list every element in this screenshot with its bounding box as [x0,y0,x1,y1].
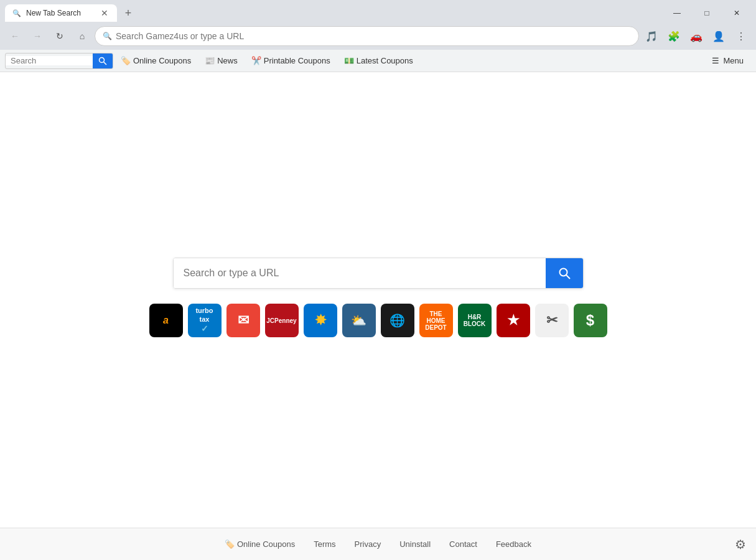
address-bar[interactable]: 🔍 [95,26,639,46]
footer: 🏷️ Online Coupons Terms Privacy Uninstal… [0,528,756,560]
minimize-button[interactable]: — [663,4,691,22]
address-search-icon: 🔍 [103,32,112,40]
footer-uninstall-link[interactable]: Uninstall [399,539,431,549]
extension-icon-music[interactable]: 🎵 [642,26,661,46]
footer-privacy-link[interactable]: Privacy [355,539,381,549]
footer-terms-label: Terms [314,539,335,549]
footer-terms-link[interactable]: Terms [314,539,335,549]
online-coupons-icon: 🏷️ [121,56,131,65]
tab-close-button[interactable]: ✕ [100,8,110,18]
quick-link-coupon-dollar[interactable]: $ [574,304,607,337]
toolbar-icons: 🎵 🧩 🚗 👤 ⋮ [642,26,751,46]
back-button[interactable]: ← [5,26,25,46]
footer-feedback-label: Feedback [496,539,531,549]
active-tab[interactable]: 🔍 New Tab Search ✕ [5,4,117,22]
footer-coupon-icon: 🏷️ [225,539,235,549]
news-globe-icon: 🌐 [390,313,405,328]
quick-link-walmart[interactable]: ✸ [304,304,337,337]
footer-contact-label: Contact [449,539,477,549]
footer-uninstall-label: Uninstall [399,539,431,549]
refresh-button[interactable]: ↻ [50,26,70,46]
toolbar-online-coupons-link[interactable]: 🏷️ Online Coupons [114,53,197,69]
quick-link-news[interactable]: 🌐 [381,304,414,337]
quick-link-homedepot[interactable]: THEHOMEDEPOT [419,304,453,337]
window-controls: — □ ✕ [663,4,751,22]
footer-online-coupons-link[interactable]: 🏷️ Online Coupons [225,539,295,549]
news-label: News [217,56,238,65]
weather-icon: ⛅ [351,313,366,328]
news-icon: 📰 [205,56,215,65]
online-coupons-label: Online Coupons [133,56,191,65]
address-input[interactable] [116,31,631,41]
turbotax-logo2: tax [200,315,210,324]
menu-dots-button[interactable]: ⋮ [731,26,751,46]
turbotax-logo: turbo [195,307,213,315]
gmail-icon: ✉ [238,312,249,329]
footer-feedback-link[interactable]: Feedback [496,539,531,549]
close-button[interactable]: ✕ [722,4,751,22]
latest-coupons-label: Latest Coupons [357,56,413,65]
homedepot-logo: THEHOMEDEPOT [425,310,446,331]
toolbar-news-link[interactable]: 📰 News [198,53,244,69]
quick-link-macys[interactable]: ★ [497,304,530,337]
main-search-bar[interactable] [173,258,584,289]
svg-line-1 [104,62,107,65]
main-search-button[interactable] [546,258,583,288]
footer-privacy-label: Privacy [355,539,381,549]
quick-link-turbotax[interactable]: turbo tax ✓ [188,304,222,337]
tab-bar: 🔍 New Tab Search ✕ + [5,4,663,22]
main-content: a turbo tax ✓ ✉ JCPenney ✸ ⛅ [0,72,756,560]
small-search-box[interactable] [5,53,113,69]
extension-bar: 🏷️ Online Coupons 📰 News ✂️ Printable Co… [0,50,756,72]
quick-link-weather[interactable]: ⛅ [342,304,376,337]
svg-point-0 [100,57,105,62]
search-icon [98,57,107,65]
nav-bar: ← → ↻ ⌂ 🔍 🎵 🧩 🚗 👤 ⋮ [0,22,756,50]
toolbar-printable-coupons-link[interactable]: ✂️ Printable Coupons [245,53,337,69]
scissors-icon: ✂ [546,312,558,329]
walmart-icon: ✸ [315,312,326,329]
quick-link-jcpenney[interactable]: JCPenney [265,304,299,337]
title-bar: 🔍 New Tab Search ✕ + — □ ✕ [0,0,756,22]
main-search-icon [558,267,571,279]
dollar-icon: $ [586,312,594,329]
search-area: a turbo tax ✓ ✉ JCPenney ✸ ⛅ [149,258,607,337]
menu-hamburger-icon: ☰ [712,56,719,65]
footer-contact-link[interactable]: Contact [449,539,477,549]
tab-favicon: 🔍 [12,9,21,17]
quick-link-printable[interactable]: ✂ [535,304,569,337]
hrblock-logo: H&RBLOCK [464,314,486,327]
extension-icon-puzzle[interactable]: 🧩 [664,26,684,46]
tab-title: New Tab Search [26,9,95,17]
svg-point-2 [559,269,567,276]
extension-icon-car[interactable]: 🚗 [686,26,706,46]
forward-button[interactable]: → [27,26,47,46]
footer-gear-icon[interactable]: ⚙ [735,537,746,552]
new-tab-button[interactable]: + [119,4,137,22]
footer-online-coupons-label: Online Coupons [237,539,295,549]
jcpenney-logo: JCPenney [266,317,296,324]
small-search-input[interactable] [6,56,93,65]
quick-link-gmail[interactable]: ✉ [226,304,260,337]
quick-links: a turbo tax ✓ ✉ JCPenney ✸ ⛅ [149,304,607,337]
quick-link-amazon[interactable]: a [149,304,183,337]
browser-chrome: 🔍 New Tab Search ✕ + — □ ✕ ← → ↻ ⌂ 🔍 🎵 🧩… [0,0,756,72]
svg-line-3 [566,275,570,279]
quick-link-hrblock[interactable]: H&RBLOCK [458,304,492,337]
small-search-button[interactable] [93,53,113,69]
latest-coupons-icon: 💵 [344,56,354,65]
printable-coupons-label: Printable Coupons [264,56,330,65]
profile-icon[interactable]: 👤 [709,26,729,46]
macys-star-icon: ★ [507,312,520,329]
menu-label: Menu [723,56,744,65]
amazon-logo: a [163,315,169,326]
maximize-button[interactable]: □ [693,4,721,22]
main-search-input[interactable] [174,258,546,288]
toolbar-latest-coupons-link[interactable]: 💵 Latest Coupons [338,53,419,69]
printable-coupons-icon: ✂️ [251,56,261,65]
menu-button[interactable]: ☰ Menu [704,53,751,69]
home-button[interactable]: ⌂ [72,26,92,46]
